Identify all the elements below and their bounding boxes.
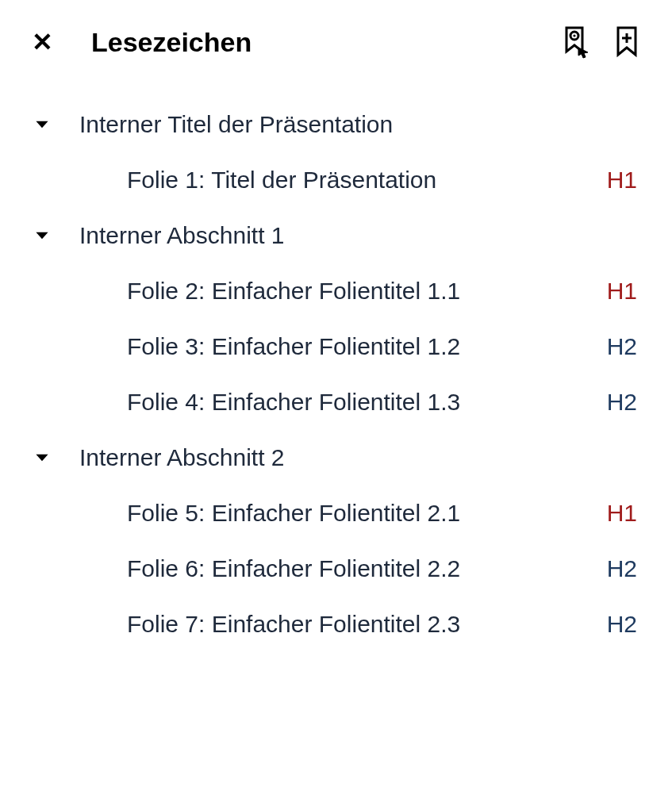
heading-level-badge: H2 (607, 333, 640, 360)
bookmark-section: Interner Abschnitt 2Folie 5: Einfacher F… (32, 430, 640, 652)
heading-level-badge: H2 (607, 611, 640, 638)
bookmark-cursor-icon[interactable] (561, 25, 591, 59)
panel-header: ✕ Lesezeichen (32, 25, 640, 59)
section-header[interactable]: Interner Abschnitt 1 (32, 208, 640, 263)
section-label: Interner Abschnitt 2 (79, 444, 285, 471)
bookmark-item-label: Folie 7: Einfacher Folientitel 2.3 (127, 611, 591, 638)
close-icon[interactable]: ✕ (32, 29, 53, 55)
bookmark-add-icon[interactable] (613, 25, 640, 59)
chevron-down-icon[interactable] (32, 114, 79, 135)
bookmark-item-label: Folie 5: Einfacher Folientitel 2.1 (127, 500, 591, 527)
bookmark-item-label: Folie 6: Einfacher Folientitel 2.2 (127, 555, 591, 582)
bookmark-section: Interner Titel der PräsentationFolie 1: … (32, 97, 640, 208)
section-header[interactable]: Interner Abschnitt 2 (32, 430, 640, 485)
heading-level-badge: H2 (607, 389, 640, 416)
bookmark-section: Interner Abschnitt 1Folie 2: Einfacher F… (32, 208, 640, 430)
bookmark-item[interactable]: Folie 7: Einfacher Folientitel 2.3H2 (32, 597, 640, 652)
heading-level-badge: H1 (607, 278, 640, 305)
svg-point-1 (573, 34, 575, 36)
header-icon-group (561, 25, 640, 59)
bookmark-item-label: Folie 3: Einfacher Folientitel 1.2 (127, 333, 591, 360)
section-header[interactable]: Interner Titel der Präsentation (32, 97, 640, 152)
bookmark-item[interactable]: Folie 6: Einfacher Folientitel 2.2H2 (32, 541, 640, 597)
heading-level-badge: H2 (607, 555, 640, 582)
bookmark-item[interactable]: Folie 2: Einfacher Folientitel 1.1H1 (32, 263, 640, 319)
section-label: Interner Abschnitt 1 (79, 222, 285, 249)
bookmark-item[interactable]: Folie 1: Titel der PräsentationH1 (32, 152, 640, 208)
heading-level-badge: H1 (607, 167, 640, 194)
bookmark-item[interactable]: Folie 3: Einfacher Folientitel 1.2H2 (32, 319, 640, 374)
bookmark-item-label: Folie 4: Einfacher Folientitel 1.3 (127, 389, 591, 416)
chevron-down-icon[interactable] (32, 225, 79, 246)
bookmark-item[interactable]: Folie 4: Einfacher Folientitel 1.3H2 (32, 374, 640, 430)
section-label: Interner Titel der Präsentation (79, 111, 393, 138)
bookmark-item-label: Folie 1: Titel der Präsentation (127, 167, 591, 194)
heading-level-badge: H1 (607, 500, 640, 527)
bookmark-item[interactable]: Folie 5: Einfacher Folientitel 2.1H1 (32, 485, 640, 541)
panel-title: Lesezeichen (91, 27, 561, 58)
bookmark-item-label: Folie 2: Einfacher Folientitel 1.1 (127, 278, 591, 305)
chevron-down-icon[interactable] (32, 447, 79, 468)
bookmark-tree: Interner Titel der PräsentationFolie 1: … (32, 97, 640, 652)
